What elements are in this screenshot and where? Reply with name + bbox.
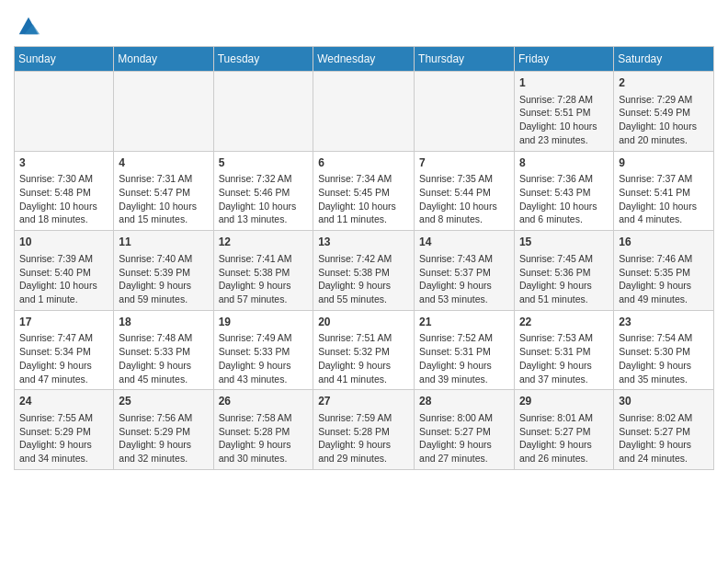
day-number: 17 <box>19 315 108 330</box>
day-info: Sunrise: 7:42 AM Sunset: 5:38 PM Dayligh… <box>318 252 409 306</box>
header-tuesday: Tuesday <box>213 47 313 72</box>
day-info: Sunrise: 7:39 AM Sunset: 5:40 PM Dayligh… <box>19 252 108 306</box>
calendar-cell: 7Sunrise: 7:35 AM Sunset: 5:44 PM Daylig… <box>415 151 515 231</box>
day-number: 24 <box>19 394 108 409</box>
day-number: 14 <box>419 235 509 250</box>
day-info: Sunrise: 7:34 AM Sunset: 5:45 PM Dayligh… <box>318 172 409 226</box>
day-number: 2 <box>619 75 709 91</box>
calendar-week-row: 10Sunrise: 7:39 AM Sunset: 5:40 PM Dayli… <box>15 231 714 311</box>
day-info: Sunrise: 7:48 AM Sunset: 5:33 PM Dayligh… <box>119 331 208 385</box>
calendar-cell: 13Sunrise: 7:42 AM Sunset: 5:38 PM Dayli… <box>313 231 415 311</box>
calendar-cell: 20Sunrise: 7:51 AM Sunset: 5:32 PM Dayli… <box>313 310 415 390</box>
calendar-cell: 18Sunrise: 7:48 AM Sunset: 5:33 PM Dayli… <box>114 310 213 390</box>
calendar-cell: 3Sunrise: 7:30 AM Sunset: 5:48 PM Daylig… <box>15 151 114 231</box>
day-number: 25 <box>119 394 208 409</box>
calendar-cell <box>313 72 415 152</box>
day-info: Sunrise: 7:45 AM Sunset: 5:36 PM Dayligh… <box>519 252 609 306</box>
calendar-cell: 6Sunrise: 7:34 AM Sunset: 5:45 PM Daylig… <box>313 151 415 231</box>
day-info: Sunrise: 7:28 AM Sunset: 5:51 PM Dayligh… <box>519 93 609 147</box>
calendar-week-row: 24Sunrise: 7:55 AM Sunset: 5:29 PM Dayli… <box>15 390 714 470</box>
calendar-cell: 22Sunrise: 7:53 AM Sunset: 5:31 PM Dayli… <box>514 310 613 390</box>
day-info: Sunrise: 8:02 AM Sunset: 5:27 PM Dayligh… <box>619 411 709 465</box>
calendar-cell <box>213 72 313 152</box>
header-thursday: Thursday <box>415 47 515 72</box>
day-number: 1 <box>519 75 609 91</box>
day-info: Sunrise: 7:29 AM Sunset: 5:49 PM Dayligh… <box>619 93 709 147</box>
day-info: Sunrise: 7:47 AM Sunset: 5:34 PM Dayligh… <box>19 331 108 385</box>
calendar-header-row: SundayMondayTuesdayWednesdayThursdayFrid… <box>15 47 714 72</box>
day-info: Sunrise: 7:32 AM Sunset: 5:46 PM Dayligh… <box>219 172 309 226</box>
day-info: Sunrise: 7:46 AM Sunset: 5:35 PM Dayligh… <box>619 252 709 306</box>
calendar-table: SundayMondayTuesdayWednesdayThursdayFrid… <box>14 46 714 470</box>
day-info: Sunrise: 7:35 AM Sunset: 5:44 PM Dayligh… <box>419 172 509 226</box>
day-info: Sunrise: 7:41 AM Sunset: 5:38 PM Dayligh… <box>219 252 309 306</box>
calendar-cell: 25Sunrise: 7:56 AM Sunset: 5:29 PM Dayli… <box>114 390 213 470</box>
day-info: Sunrise: 7:37 AM Sunset: 5:41 PM Dayligh… <box>619 172 709 226</box>
day-info: Sunrise: 7:52 AM Sunset: 5:31 PM Dayligh… <box>419 331 509 385</box>
calendar-cell: 10Sunrise: 7:39 AM Sunset: 5:40 PM Dayli… <box>15 231 114 311</box>
day-info: Sunrise: 7:58 AM Sunset: 5:28 PM Dayligh… <box>219 411 309 465</box>
calendar-cell: 12Sunrise: 7:41 AM Sunset: 5:38 PM Dayli… <box>213 231 313 311</box>
calendar-week-row: 3Sunrise: 7:30 AM Sunset: 5:48 PM Daylig… <box>15 151 714 231</box>
day-info: Sunrise: 8:00 AM Sunset: 5:27 PM Dayligh… <box>419 411 509 465</box>
calendar-cell: 16Sunrise: 7:46 AM Sunset: 5:35 PM Dayli… <box>614 231 714 311</box>
calendar-cell: 27Sunrise: 7:59 AM Sunset: 5:28 PM Dayli… <box>313 390 415 470</box>
day-number: 4 <box>119 155 208 171</box>
day-info: Sunrise: 7:40 AM Sunset: 5:39 PM Dayligh… <box>119 252 208 306</box>
calendar-cell: 17Sunrise: 7:47 AM Sunset: 5:34 PM Dayli… <box>15 310 114 390</box>
calendar-cell: 5Sunrise: 7:32 AM Sunset: 5:46 PM Daylig… <box>213 151 313 231</box>
calendar-cell <box>15 72 114 152</box>
calendar-cell: 14Sunrise: 7:43 AM Sunset: 5:37 PM Dayli… <box>415 231 515 311</box>
day-number: 29 <box>519 394 609 409</box>
day-number: 5 <box>219 155 309 171</box>
calendar-cell: 29Sunrise: 8:01 AM Sunset: 5:27 PM Dayli… <box>514 390 613 470</box>
calendar-cell: 8Sunrise: 7:36 AM Sunset: 5:43 PM Daylig… <box>514 151 613 231</box>
calendar-week-row: 17Sunrise: 7:47 AM Sunset: 5:34 PM Dayli… <box>15 310 714 390</box>
day-number: 18 <box>119 315 208 330</box>
calendar-cell: 24Sunrise: 7:55 AM Sunset: 5:29 PM Dayli… <box>15 390 114 470</box>
header-sunday: Sunday <box>15 47 114 72</box>
day-number: 15 <box>519 235 609 250</box>
day-info: Sunrise: 7:59 AM Sunset: 5:28 PM Dayligh… <box>318 411 409 465</box>
day-number: 22 <box>519 315 609 330</box>
day-info: Sunrise: 7:55 AM Sunset: 5:29 PM Dayligh… <box>19 411 108 465</box>
day-info: Sunrise: 7:53 AM Sunset: 5:31 PM Dayligh… <box>519 331 609 385</box>
day-info: Sunrise: 7:56 AM Sunset: 5:29 PM Dayligh… <box>119 411 208 465</box>
calendar-cell: 23Sunrise: 7:54 AM Sunset: 5:30 PM Dayli… <box>614 310 714 390</box>
day-number: 9 <box>619 155 709 171</box>
day-number: 16 <box>619 235 709 250</box>
day-number: 26 <box>219 394 309 409</box>
day-info: Sunrise: 7:51 AM Sunset: 5:32 PM Dayligh… <box>318 331 409 385</box>
calendar-cell: 28Sunrise: 8:00 AM Sunset: 5:27 PM Dayli… <box>415 390 515 470</box>
day-number: 20 <box>318 315 409 330</box>
day-info: Sunrise: 7:36 AM Sunset: 5:43 PM Dayligh… <box>519 172 609 226</box>
day-number: 23 <box>619 315 709 330</box>
day-info: Sunrise: 7:31 AM Sunset: 5:47 PM Dayligh… <box>119 172 208 226</box>
calendar-cell: 21Sunrise: 7:52 AM Sunset: 5:31 PM Dayli… <box>415 310 515 390</box>
calendar-cell: 26Sunrise: 7:58 AM Sunset: 5:28 PM Dayli… <box>213 390 313 470</box>
logo <box>14 13 41 39</box>
day-info: Sunrise: 7:54 AM Sunset: 5:30 PM Dayligh… <box>619 331 709 385</box>
day-number: 11 <box>119 235 208 250</box>
day-number: 13 <box>318 235 409 250</box>
day-number: 7 <box>419 155 509 171</box>
day-info: Sunrise: 7:49 AM Sunset: 5:33 PM Dayligh… <box>219 331 309 385</box>
day-number: 12 <box>219 235 309 250</box>
calendar-cell: 15Sunrise: 7:45 AM Sunset: 5:36 PM Dayli… <box>514 231 613 311</box>
day-info: Sunrise: 8:01 AM Sunset: 5:27 PM Dayligh… <box>519 411 609 465</box>
day-number: 27 <box>318 394 409 409</box>
calendar-week-row: 1Sunrise: 7:28 AM Sunset: 5:51 PM Daylig… <box>15 72 714 152</box>
calendar-cell <box>114 72 213 152</box>
calendar-cell: 4Sunrise: 7:31 AM Sunset: 5:47 PM Daylig… <box>114 151 213 231</box>
day-number: 8 <box>519 155 609 171</box>
day-number: 6 <box>318 155 409 171</box>
calendar-cell <box>415 72 515 152</box>
day-number: 3 <box>19 155 108 171</box>
calendar-cell: 2Sunrise: 7:29 AM Sunset: 5:49 PM Daylig… <box>614 72 714 152</box>
day-info: Sunrise: 7:43 AM Sunset: 5:37 PM Dayligh… <box>419 252 509 306</box>
day-number: 28 <box>419 394 509 409</box>
day-number: 10 <box>19 235 108 250</box>
day-number: 19 <box>219 315 309 330</box>
header-saturday: Saturday <box>614 47 714 72</box>
calendar-cell: 1Sunrise: 7:28 AM Sunset: 5:51 PM Daylig… <box>514 72 613 152</box>
